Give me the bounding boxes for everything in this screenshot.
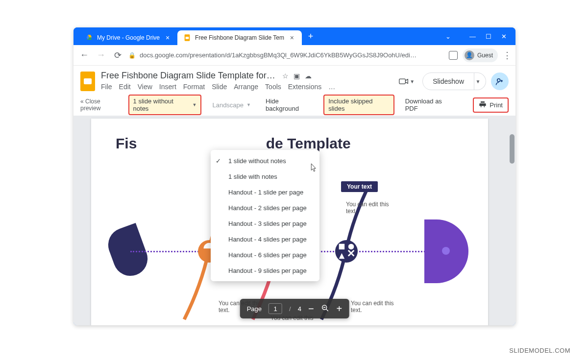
orientation-dropdown[interactable]: Landscape ▼	[208, 99, 255, 111]
page-controls: Page 1 / 4 − +	[240, 299, 349, 318]
print-button[interactable]: Print	[473, 97, 509, 113]
download-pdf-button[interactable]: Download as PDF	[401, 96, 460, 114]
svg-point-8	[348, 244, 354, 250]
zoom-in-button[interactable]: +	[337, 303, 343, 315]
maximize-button[interactable]: ☐	[486, 33, 491, 40]
svg-rect-5	[399, 79, 406, 84]
print-icon	[479, 100, 487, 110]
include-skipped-button[interactable]: Include skipped slides	[323, 95, 394, 115]
dropdown-item[interactable]: Handout - 1 slide per page	[211, 184, 319, 200]
page-total: 4	[298, 305, 301, 313]
browser-tab-slides[interactable]: Free Fishbone Diagram Slide Tem ×	[177, 30, 302, 45]
slideshow-dropdown-button[interactable]: ▼	[470, 73, 486, 90]
chevron-down-icon[interactable]: ⌄	[445, 33, 451, 40]
menu-file[interactable]: File	[101, 83, 112, 91]
tab-title: My Drive - Google Drive	[97, 34, 160, 41]
doc-title[interactable]: Free Fishbone Diagram Slide Template for…	[101, 71, 277, 81]
browser-menu-button[interactable]: ⋮	[503, 52, 511, 59]
cloud-icon[interactable]: ☁	[305, 72, 312, 80]
cursor-icon	[309, 163, 318, 175]
layout-dropdown[interactable]: 1 slide without notes ▼	[128, 95, 202, 115]
minimize-button[interactable]: ―	[469, 33, 476, 40]
slideshow-button[interactable]: Slideshow	[422, 73, 474, 90]
slides-icon	[183, 34, 191, 42]
present-camera-button[interactable]: ▼	[396, 75, 417, 87]
slides-logo[interactable]	[80, 72, 95, 91]
dropdown-item[interactable]: 1 slide with notes	[211, 169, 319, 184]
dropdown-item[interactable]: Handout - 9 slides per page	[211, 263, 319, 278]
close-icon[interactable]: ×	[164, 34, 172, 42]
bone-node-icon	[335, 240, 358, 263]
reload-button[interactable]: ⟳	[112, 49, 123, 61]
svg-marker-9	[339, 253, 345, 259]
drive-icon	[85, 34, 93, 42]
menu-extensions[interactable]: Extensions	[288, 83, 321, 91]
menu-slide[interactable]: Slide	[212, 83, 227, 91]
page-label: Page	[247, 305, 262, 313]
profile-label: Guest	[477, 52, 493, 59]
fish-head	[424, 219, 468, 283]
share-button[interactable]	[491, 73, 509, 90]
browser-window: My Drive - Google Drive × Free Fishbone …	[74, 27, 515, 325]
url-text: docs.google.com/presentation/d/1aKzgbbsg…	[140, 51, 416, 59]
back-button[interactable]: ←	[78, 49, 90, 61]
address-bar: ← → ⟳ 🔒 docs.google.com/presentation/d/1…	[74, 45, 515, 66]
watermark: SLIDEMODEL.COM	[509, 347, 570, 354]
bone-label: Your text	[341, 181, 378, 192]
zoom-out-button[interactable]: −	[308, 303, 314, 315]
bone-desc: You can edit this text.	[346, 201, 395, 215]
menu-arrange[interactable]: Arrange	[234, 83, 258, 91]
page-number-input[interactable]: 1	[269, 303, 282, 314]
bone-desc: You can edit this text.	[351, 300, 400, 314]
check-icon: ✓	[216, 157, 221, 165]
window-controls: ⌄ ― ☐ ✕	[445, 33, 510, 40]
extensions-icon[interactable]	[449, 51, 458, 60]
close-window-button[interactable]: ✕	[501, 33, 507, 40]
close-icon[interactable]: ×	[288, 34, 296, 42]
menu-view[interactable]: View	[138, 83, 152, 91]
chevron-down-icon: ▼	[410, 79, 415, 84]
hide-background-button[interactable]: Hide background	[262, 96, 317, 114]
app-header: Free Fishbone Diagram Slide Template for…	[74, 66, 515, 94]
forward-button[interactable]: →	[95, 49, 107, 61]
dropdown-item[interactable]: Handout - 6 slides per page	[211, 247, 319, 263]
chevron-down-icon: ▼	[193, 102, 197, 107]
new-tab-button[interactable]: +	[305, 30, 317, 42]
svg-point-6	[497, 79, 500, 82]
chevron-down-icon: ▼	[476, 79, 481, 84]
menu-more[interactable]: …	[328, 83, 335, 91]
avatar-icon: 👤	[465, 50, 474, 60]
svg-rect-7	[339, 244, 345, 250]
dropdown-item[interactable]: Handout - 2 slides per page	[211, 200, 319, 216]
menu-bar: File Edit View Insert Format Slide Arran…	[101, 83, 390, 91]
vertical-scrollbar[interactable]	[510, 134, 514, 164]
dropdown-item[interactable]: ✓1 slide without notes	[211, 153, 319, 169]
zoom-reset-button[interactable]	[321, 304, 330, 314]
dropdown-item[interactable]: Handout - 4 slides per page	[211, 231, 319, 247]
menu-format[interactable]: Format	[183, 83, 205, 91]
layout-dropdown-menu: ✓1 slide without notes 1 slide with note…	[211, 150, 319, 281]
svg-rect-4	[186, 37, 189, 39]
menu-tools[interactable]: Tools	[265, 83, 281, 91]
menu-insert[interactable]: Insert	[159, 83, 176, 91]
tab-title: Free Fishbone Diagram Slide Tem	[195, 34, 284, 41]
chevron-down-icon: ▼	[246, 102, 251, 107]
dropdown-item[interactable]: Handout - 3 slides per page	[211, 216, 319, 231]
browser-tab-drive[interactable]: My Drive - Google Drive ×	[79, 30, 177, 45]
menu-edit[interactable]: Edit	[119, 83, 131, 91]
move-icon[interactable]: ▣	[294, 72, 300, 80]
close-preview-button[interactable]: « Close preview	[80, 98, 122, 112]
titlebar: My Drive - Google Drive × Free Fishbone …	[74, 27, 515, 45]
url-field[interactable]: 🔒 docs.google.com/presentation/d/1aKzgbb…	[128, 49, 444, 62]
wave-decoration	[91, 319, 493, 325]
profile-chip[interactable]: 👤 Guest	[463, 49, 498, 62]
print-preview-toolbar: « Close preview 1 slide without notes ▼ …	[74, 94, 515, 116]
lock-icon: 🔒	[128, 52, 136, 59]
page-sep: /	[289, 305, 291, 313]
star-icon[interactable]: ☆	[282, 72, 289, 80]
slide-title: Fishbone Diagram Slide Template	[116, 135, 351, 152]
